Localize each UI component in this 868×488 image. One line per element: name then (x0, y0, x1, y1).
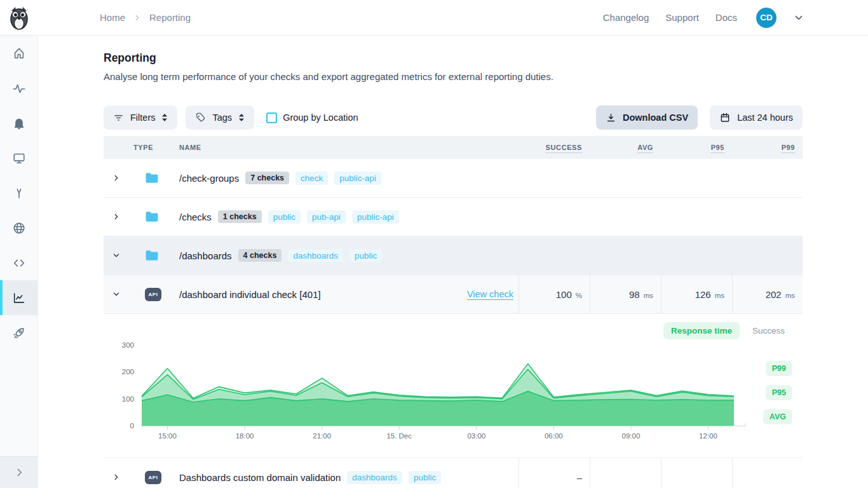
tag-dashboards[interactable]: dashboards (347, 471, 402, 484)
folder-icon (145, 250, 159, 261)
stat-unit: ms (785, 290, 795, 299)
tag-public-api[interactable]: public-api (334, 172, 381, 185)
group-by-location-toggle[interactable]: Group by Location (266, 112, 358, 123)
stat-cell-success: 100% (519, 275, 590, 313)
time-range-button[interactable]: Last 24 hours (710, 105, 803, 130)
chart-legend: P99P95AVG (763, 361, 792, 424)
api-type-cell: API (133, 288, 173, 301)
folder-icon (145, 172, 159, 184)
sidebar-item-activity[interactable] (0, 71, 38, 105)
sidebar-item-bell[interactable] (0, 105, 38, 140)
tag-icon (195, 112, 206, 123)
svg-text:0: 0 (130, 422, 134, 430)
tag-check[interactable]: check (295, 172, 328, 185)
name-cell: /dashboards4 checksdashboardspublic (173, 236, 519, 274)
chart-icon (12, 291, 26, 305)
svg-text:06:00: 06:00 (545, 432, 563, 440)
group-by-location-checkbox[interactable] (266, 112, 277, 123)
expand-chevron-icon[interactable] (104, 212, 133, 221)
collapse-chevron-icon[interactable] (104, 251, 133, 260)
sidebar-item-chart-active[interactable] (0, 280, 38, 315)
group-by-location-label: Group by Location (283, 112, 358, 123)
legend-avg[interactable]: AVG (763, 409, 792, 424)
api-badge: API (145, 471, 161, 484)
legend-p95[interactable]: P95 (766, 385, 792, 400)
check-count-badge: 4 checks (238, 249, 282, 262)
expand-chevron-icon[interactable] (104, 473, 133, 482)
folder-type-cell (133, 211, 173, 222)
expand-chevron-icon[interactable] (104, 173, 133, 182)
sidebar-item-code[interactable] (0, 245, 38, 280)
stat-value: 202 (766, 289, 782, 300)
legend-p99[interactable]: P99 (766, 361, 792, 376)
chevron-down-icon[interactable] (793, 12, 804, 24)
tag-public[interactable]: public (409, 471, 441, 484)
api-badge: API (145, 288, 161, 301)
empty-stats (519, 236, 803, 274)
rocket-icon (12, 326, 26, 340)
breadcrumb: Home Reporting (100, 12, 191, 23)
svg-text:200: 200 (122, 368, 134, 376)
breadcrumb-reporting[interactable]: Reporting (149, 12, 191, 23)
tags-button[interactable]: Tags (186, 105, 254, 130)
sidebar-item-maintenance[interactable] (0, 175, 38, 210)
download-icon (606, 112, 616, 123)
sidebar-item-globe[interactable] (0, 210, 38, 245)
collapse-chevron-icon[interactable] (104, 290, 133, 299)
chart-plot-area: 010020030015:0018:0021:0015. Dec03:0006:… (104, 339, 803, 447)
sidebar-item-monitor[interactable] (0, 140, 38, 175)
name-cell: /check-groups7 checkscheckpublic-api (173, 159, 519, 197)
name-cell: /dashboard individual check [401]View ch… (173, 275, 519, 313)
empty-stats (519, 198, 803, 236)
stat-value: 98 (629, 289, 640, 300)
bell-icon (12, 116, 26, 130)
check-name: Dashboards custom domain validation (179, 472, 341, 483)
table-row[interactable]: /dashboards4 checksdashboardspublic (104, 236, 803, 275)
stat-cell-avg (590, 458, 661, 488)
check-name: /dashboards (179, 250, 232, 261)
table-row[interactable]: /check-groups7 checkscheckpublic-api (104, 159, 803, 198)
table-row[interactable]: /checks1 checkspublicpub-apipublic-api (104, 198, 803, 236)
folder-type-cell (133, 250, 173, 261)
stat-cell-avg: 98ms (590, 275, 661, 313)
tag-dashboards[interactable]: dashboards (288, 249, 343, 262)
svg-text:09:00: 09:00 (622, 432, 641, 440)
avatar[interactable]: CD (756, 8, 776, 28)
page-subtitle: Analyse long term performance of your ch… (104, 71, 803, 82)
app-logo-raccoon-icon[interactable] (8, 4, 31, 31)
api-type-cell: API (133, 471, 173, 484)
calendar-icon (719, 112, 731, 123)
table-row[interactable]: API/dashboard individual check [401]View… (104, 275, 803, 314)
filters-label: Filters (130, 112, 155, 123)
stat-value: – (577, 472, 582, 483)
svg-text:15. Dec: 15. Dec (386, 432, 412, 440)
download-csv-button[interactable]: Download CSV (596, 105, 698, 130)
sidebar-item-home[interactable] (0, 36, 38, 71)
column-p99: P99 (732, 144, 803, 151)
chevron-right-icon (133, 13, 142, 22)
stat-unit: % (576, 290, 582, 299)
tag-public-api[interactable]: public-api (352, 210, 399, 224)
support-link[interactable]: Support (665, 12, 699, 23)
tag-public[interactable]: public (349, 249, 382, 262)
table-row[interactable]: APIDashboards custom domain validationda… (104, 458, 803, 488)
breadcrumb-home[interactable]: Home (100, 12, 125, 23)
sidebar-expand-button[interactable] (0, 456, 38, 488)
chart-tab-response-time[interactable]: Response time (663, 322, 740, 339)
column-success: SUCCESS (519, 144, 590, 151)
column-avg: AVG (590, 144, 661, 151)
svg-text:21:00: 21:00 (313, 432, 331, 440)
stat-value: 126 (695, 289, 711, 300)
view-check-link[interactable]: View check (467, 289, 513, 299)
chart-tab-success[interactable]: Success (752, 326, 785, 336)
changelog-link[interactable]: Changelog (603, 12, 649, 23)
tag-public[interactable]: public (268, 210, 301, 224)
stat-cell-success: – (519, 458, 590, 488)
sidebar-item-rocket[interactable] (0, 315, 38, 350)
check-count-badge: 1 checks (218, 210, 262, 223)
filters-button[interactable]: Filters (104, 105, 177, 130)
docs-link[interactable]: Docs (715, 12, 737, 23)
sort-arrows-icon (238, 113, 245, 122)
svg-text:100: 100 (122, 395, 134, 403)
tag-pub-api[interactable]: pub-api (307, 210, 346, 224)
